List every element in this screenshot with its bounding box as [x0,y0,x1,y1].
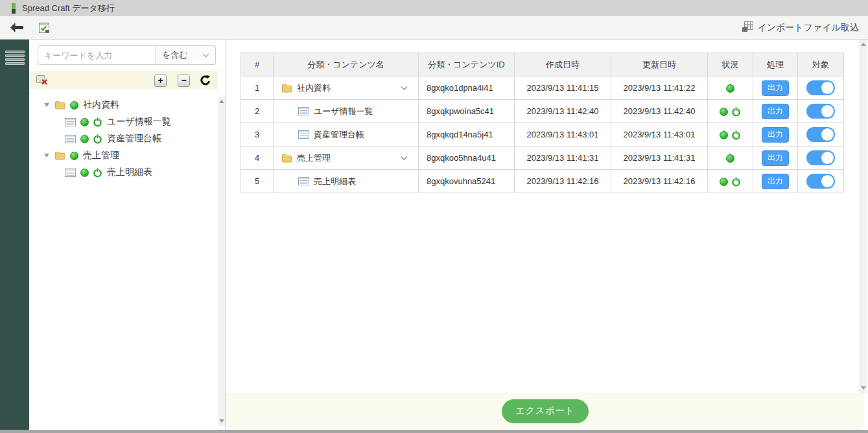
tree-item[interactable]: 売上明細表 [29,164,218,181]
target-cell [798,170,844,193]
power-icon [93,134,102,144]
tree-item[interactable]: 社内資料 [29,97,218,113]
export-button[interactable]: エクスポート [502,399,589,423]
column-header: 作成日時 [515,53,611,76]
table-row: 4売上管理8gxqkoo5hna4u412023/9/13 11:41:3120… [241,146,844,170]
name-label: 社内資料 [297,82,331,94]
action-cell: 出力 [753,100,798,123]
output-button[interactable]: 出力 [762,104,789,119]
target-toggle[interactable] [806,80,835,95]
content-icon [65,169,76,177]
clear-selection-icon[interactable] [36,75,48,86]
content-icon [298,130,309,139]
updated-at-cell: 2023/9/13 11:42:16 [611,170,708,193]
target-cell [798,76,844,100]
content-id-cell: 8gxqkpwoina5c41 [419,100,515,123]
name-label: 資産管理台帳 [314,129,364,141]
content-id-cell: 8gxqkoo5hna4u41 [419,146,515,170]
status-icons [726,84,734,93]
column-header: # [241,53,274,76]
content-table: #分類・コンテンツ名分類・コンテンツID作成日時更新日時状況処理対象 1社内資料… [240,53,844,193]
target-toggle[interactable] [806,104,835,119]
import-file-icon [742,21,753,34]
folder-icon [281,154,292,163]
created-at-cell: 2023/9/13 11:43:01 [515,123,611,146]
expander-icon[interactable] [44,103,49,107]
chevron-down-icon[interactable] [401,86,408,90]
name-cell: 売上管理 [274,146,419,170]
output-button[interactable]: 出力 [762,174,789,189]
created-at-cell: 2023/9/13 11:41:31 [515,146,611,170]
toggle-knob-icon [821,105,834,117]
power-icon [731,130,741,140]
import-file-label: インポートファイル取込 [757,22,859,34]
search-input[interactable] [38,45,156,65]
target-toggle[interactable] [806,174,835,189]
footer-bar: エクスポート [226,393,864,429]
name-label: 売上明細表 [314,176,356,187]
column-header: 分類・コンテンツ名 [274,53,419,76]
name-cell-content: 売上明細表 [274,176,418,187]
target-toggle[interactable] [806,150,835,165]
scroll-down-icon[interactable] [219,419,224,423]
expander-icon[interactable] [44,154,49,158]
power-icon [731,107,741,117]
expand-all-button[interactable]: + [154,75,167,87]
column-header: 更新日時 [611,53,708,76]
toggle-knob-icon [821,175,834,187]
status-icons [720,177,741,187]
output-button[interactable]: 出力 [762,80,789,96]
status-cell [708,146,753,170]
column-header: 処理 [753,53,798,76]
column-header: 分類・コンテンツID [419,53,515,76]
chevron-down-icon[interactable] [401,156,408,160]
power-icon [731,177,741,187]
status-dot-icon [70,152,78,160]
created-at-cell: 2023/9/13 11:42:16 [515,170,611,193]
table-row: 3資産管理台帳8gxqkqd14na5j412023/9/13 11:43:01… [241,123,844,146]
scroll-up-icon[interactable] [219,100,224,103]
content-icon [65,118,76,126]
tree-item[interactable]: 売上管理 [29,147,218,164]
app-title: Spread Craft データ移行 [22,3,115,14]
tree-item[interactable]: 資産管理台帳 [29,130,218,147]
collapse-all-button[interactable]: − [178,75,190,87]
filter-select[interactable]: を含む [156,45,216,65]
scroll-up-icon[interactable] [861,43,866,46]
import-file-button[interactable]: インポートファイル取込 [742,21,859,34]
target-toggle[interactable] [806,127,835,142]
refresh-icon[interactable] [200,75,211,86]
status-dot-icon [80,118,89,126]
tree-scrollbar[interactable] [218,97,226,426]
menu-icon[interactable] [5,51,25,65]
tree-item[interactable]: ユーザ情報一覧 [29,113,218,130]
power-icon [93,168,102,178]
name-cell-content: 社内資料 [274,82,418,94]
created-at-cell: 2023/9/13 11:41:15 [515,76,611,100]
scroll-down-icon[interactable] [861,386,866,390]
category-tree: 社内資料ユーザ情報一覧資産管理台帳売上管理売上明細表 [29,97,218,430]
spreadsheet-check-icon[interactable] [39,23,49,33]
filter-select-value: を含む [162,49,188,61]
back-button[interactable] [10,23,23,32]
row-number-cell: 3 [241,123,274,146]
action-cell: 出力 [753,170,798,193]
title-bar: Spread Craft データ移行 [0,0,868,16]
name-label: ユーザ情報一覧 [314,106,373,117]
toggle-knob-icon [821,152,834,164]
target-cell [798,100,844,123]
action-cell: 出力 [753,76,798,100]
folder-icon [54,100,65,110]
power-icon [93,117,102,127]
name-cell-content: 資産管理台帳 [274,129,418,141]
tree-item-label: 社内資料 [83,99,119,111]
output-button[interactable]: 出力 [762,150,789,166]
tree-item-label: 売上管理 [83,150,119,161]
status-cell [708,123,753,146]
folder-icon [281,84,292,93]
output-button[interactable]: 出力 [762,127,789,143]
status-icons [720,130,741,140]
main-scrollbar[interactable] [859,40,867,393]
chevron-down-icon [202,53,209,58]
folder-icon [54,151,65,160]
